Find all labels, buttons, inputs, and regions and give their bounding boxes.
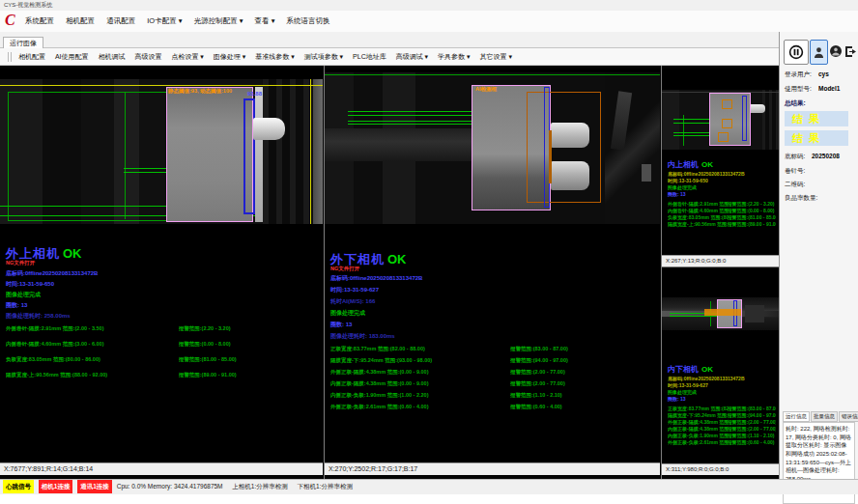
comm-connection-indicator: 通讯1连接 xyxy=(77,480,112,493)
measurement-row: 隔膜宽度-上:90.56mm 范围:(88.00 - 92.00)报警范围:(8… xyxy=(668,221,776,228)
measurement-row: 内侧卷针-隔膜:4.60mm 范围:(3.00 - 6.00)报警范围:(0.0… xyxy=(668,208,776,214)
measurement-row: 外侧卷针-隔膜:2.91mm 范围:(2.00 - 3.50)报警范围:(2.2… xyxy=(668,201,776,208)
menu-item-io-card-config[interactable]: IO卡配置 ▾ xyxy=(147,16,182,25)
turns-line: 圈数: 13 xyxy=(330,321,352,329)
green-measure-line xyxy=(125,92,126,219)
toolbar-item-camera-config[interactable]: 相机配置 xyxy=(18,53,45,60)
menu-item-language-switch[interactable]: 系统语言切换 xyxy=(287,16,330,25)
camera-result-title: 内下相机OK xyxy=(668,364,713,375)
measurement-row: 外侧正极-隔膜:4.38mm 范围:(0.00 - 9.00)报警范围:(2.0… xyxy=(668,419,776,426)
menu-item-camera-config[interactable]: 相机配置 xyxy=(66,16,95,25)
toolbar-item-baseline-params[interactable]: 基准线参数 ▾ xyxy=(255,53,294,60)
barcode-value: 20250208 xyxy=(812,153,840,159)
user-icon xyxy=(814,46,824,59)
admin-mode-button[interactable] xyxy=(829,40,843,63)
outer-upper-camera-image[interactable]: 静态阈值:93, 动态阈值:100 93.88 xyxy=(0,79,323,224)
exit-button[interactable] xyxy=(844,40,857,63)
yellow-reference-line-vertical xyxy=(310,79,311,224)
lower-camera-status: 下相机1:分辨率检测 xyxy=(298,483,353,490)
measurement-row: 负极宽度:83.05mm 范围:(80.00 - 86.00)报警范围:(81.… xyxy=(668,214,776,221)
turns-line: 圈数: 13 xyxy=(6,301,27,310)
menu-bar: 系统配置 相机配置 通讯配置 IO卡配置 ▾ 光源控制配置 ▾ 查看 ▾ 系统语… xyxy=(0,11,858,33)
barcode-label: 底标码: xyxy=(785,153,805,161)
inner-upper-camera-image[interactable] xyxy=(662,90,779,150)
barcode-line: 底标码:0ffline2025020813313472B xyxy=(330,274,422,283)
toolbar-item-image-processing[interactable]: 图像处理 ▾ xyxy=(214,53,245,60)
app-window: CYS-视觉检测系统 系统配置 相机配置 通讯配置 IO卡配置 ▾ 光源控制配置… xyxy=(0,0,858,504)
inner-upper-camera-panel: 内上相机OK 底标码:0ffline2025020813313472B 时间:1… xyxy=(662,69,779,266)
menu-item-view[interactable]: 查看 ▾ xyxy=(255,16,275,25)
toolbar-item-ai-use-config[interactable]: AI使用配置 xyxy=(55,53,89,60)
yield-count-label: 良品率数量: xyxy=(785,194,817,203)
qr-code-label: 二维码: xyxy=(785,181,805,189)
measurement-row: 外侧卷针-隔膜:2.91mm 范围:(2.00 - 3.50)报警范围:(2.2… xyxy=(6,325,320,341)
measurement-row: 内侧卷针-隔膜:4.60mm 范围:(3.00 - 6.00)报警范围:(0.0… xyxy=(6,341,320,356)
green-measure-line xyxy=(673,119,710,120)
outer-lower-camera-panel: AI检测框 外下相机OK NG文件打开 底标码:0ffline202502081… xyxy=(325,69,660,475)
pause-button[interactable] xyxy=(784,40,809,65)
tab-run-info[interactable]: 运行信息 xyxy=(783,411,810,422)
result-ok-badge: OK xyxy=(63,246,82,261)
threshold-label: 静态阈值:93, 动态阈值:100 xyxy=(168,88,232,95)
toolbar-grip-icon xyxy=(8,52,12,62)
user-login-button[interactable] xyxy=(810,40,828,65)
elapsed-line: 图像处理耗时: 183.00ms xyxy=(330,332,395,341)
toolbar-item-spot-check[interactable]: 点检设置 ▾ xyxy=(171,53,203,60)
toolbar-item-test-params[interactable]: 测试项参数 ▾ xyxy=(304,53,343,60)
turns-line: 圈数: 13 xyxy=(668,191,686,197)
green-measure-line xyxy=(673,135,710,136)
camera-views-area: 静态阈值:93, 动态阈值:100 93.88 外上相机OK NG文件打开 底标… xyxy=(0,66,779,479)
measurement-row: 隔膜宽度-下:95.24mm 范围:(93.00 - 98.00)报警范围:(9… xyxy=(330,357,657,369)
camera-connection-indicator: 相机1连接 xyxy=(39,480,73,493)
upper-camera-status: 上相机1:分辨率检测 xyxy=(232,483,287,490)
measurement-row: 内侧正极-负极:1.90mm 范围:(1.00 - 2.20)报警范围:(1.1… xyxy=(330,392,657,404)
time-line: 时间:13-31-59-627 xyxy=(330,286,379,294)
toolbar: 相机配置 AI使用配置 相机调试 高级设置 点检设置 ▾ 图像处理 ▾ 基准线参… xyxy=(0,48,779,66)
needle-number-label: 卷针号: xyxy=(785,167,805,176)
measurement-list: 正极宽度:83.77mm 范围:(82.00 - 88.00)报警范围:(83.… xyxy=(330,346,657,415)
orange-highlight-mark xyxy=(704,309,741,316)
machine-highlight xyxy=(642,164,651,182)
measurement-row: 正极宽度:83.77mm 范围:(82.00 - 88.00)报警范围:(83.… xyxy=(668,406,776,412)
control-sidebar: 登录用户: cys 使用型号: Model1 总结果: 结果 结果 底标码: 2… xyxy=(779,32,858,479)
ai-elapsed-line: 耗时AI(M/S): 166 xyxy=(330,297,375,306)
model-value: Model1 xyxy=(818,85,840,92)
cursor-position-bar: X:270;Y:2502;R:17;G:17;B:17 xyxy=(325,462,660,475)
result-ok-badge: OK xyxy=(701,160,713,169)
toolbar-item-camera-debug[interactable]: 相机调试 xyxy=(98,53,125,60)
green-reference-line xyxy=(325,74,660,75)
menu-item-comm-config[interactable]: 通讯配置 xyxy=(106,16,135,25)
measurement-row: 正极宽度:83.77mm 范围:(82.00 - 88.00)报警范围:(83.… xyxy=(330,346,657,357)
blue-roi-box xyxy=(742,96,747,141)
electrode-tab xyxy=(551,123,589,148)
result-display-top: 结果 xyxy=(785,111,848,126)
tab-batch-info[interactable]: 批量信息 xyxy=(811,411,838,422)
ng-file-label: NG文件打开 xyxy=(330,266,359,272)
bright-edge-strip xyxy=(255,87,263,222)
measurement-row: 负极宽度:83.05mm 范围:(80.00 - 86.00)报警范围:(81.… xyxy=(6,356,320,372)
toolbar-item-plc-address-table[interactable]: PLC地址库 xyxy=(353,53,386,60)
barcode-line: 底标码:0ffline2025020813313472B xyxy=(668,171,745,177)
heartbeat-indicator: 心跳信号 xyxy=(3,480,34,493)
cursor-position-bar: X:7677;Y:891;R:14;G:14;B:14 xyxy=(0,462,323,475)
camera-result-title: 内上相机OK xyxy=(668,159,713,170)
toolbar-item-advanced-settings[interactable]: 高级设置 xyxy=(134,53,161,60)
panel-divider xyxy=(662,266,779,267)
exit-door-icon xyxy=(844,45,857,58)
machine-highlight xyxy=(745,305,764,322)
toolbar-item-advanced-debug[interactable]: 高级调试 ▾ xyxy=(396,53,428,60)
dark-user-icon xyxy=(830,45,842,57)
tab-error-info[interactable]: 错误信息 xyxy=(839,411,858,422)
toolbar-item-fixture-params[interactable]: 学具参数 ▾ xyxy=(438,53,470,60)
toolbar-item-other-settings[interactable]: 其它设置 ▾ xyxy=(480,53,512,60)
outer-lower-camera-image[interactable]: AI检测框 xyxy=(325,72,660,224)
electrode-tab xyxy=(551,161,589,190)
inner-lower-camera-image[interactable] xyxy=(662,297,779,330)
menu-item-system-config[interactable]: 系统配置 xyxy=(25,16,54,25)
app-logo-icon xyxy=(5,12,20,31)
orange-roi-box xyxy=(722,119,732,128)
camera-name: 内上相机 xyxy=(668,160,699,169)
menu-item-light-control-config[interactable]: 光源控制配置 ▾ xyxy=(194,16,243,25)
camera-name: 外上相机 xyxy=(6,246,60,261)
window-title: CYS-视觉检测系统 xyxy=(4,2,52,8)
